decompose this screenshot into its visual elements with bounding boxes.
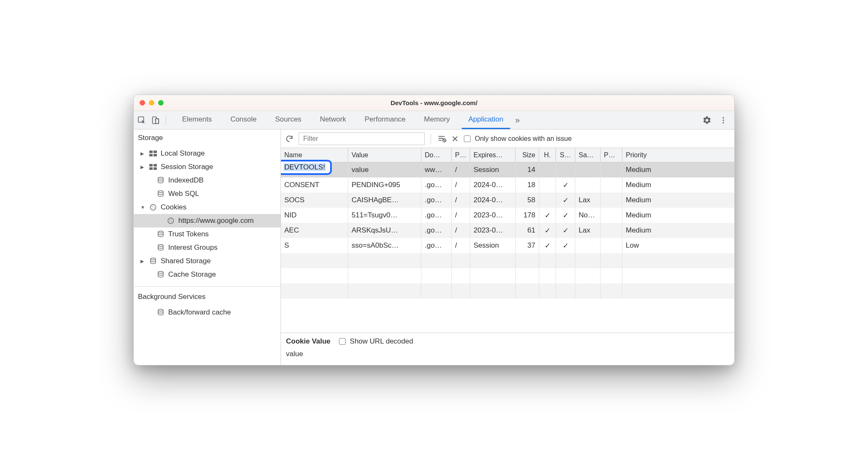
cell-http <box>539 162 556 177</box>
db-icon <box>156 177 165 184</box>
cell-expires: Session <box>470 238 516 253</box>
tab-application[interactable]: Application <box>462 111 510 129</box>
sidebar-item-https-www-google-com[interactable]: https://www.google.com <box>134 214 281 227</box>
cell-expires: Session <box>470 162 516 177</box>
tab-console[interactable]: Console <box>224 111 263 129</box>
cell-samesite <box>575 238 601 253</box>
cell-http: ✓ <box>539 223 556 238</box>
sidebar-item-trust-tokens[interactable]: Trust Tokens <box>134 227 281 241</box>
svg-rect-8 <box>153 151 157 153</box>
svg-rect-10 <box>153 154 157 156</box>
cell-domain: .go… <box>421 177 452 193</box>
cell-value: CAISHAgBE… <box>348 193 421 208</box>
tab-sources[interactable]: Sources <box>268 111 308 129</box>
only-issues-label: Only show cookies with an issue <box>475 135 572 143</box>
cell-path: / <box>452 238 470 253</box>
sidebar-item-label: Cache Storage <box>168 270 216 279</box>
table-row[interactable]: CONSENTPENDING+095.go…/2024-0…18✓Medium <box>281 177 734 193</box>
table-row[interactable]: SOCSCAISHAgBE….go…/2024-0…58✓LaxMedium <box>281 193 734 208</box>
column-header[interactable]: Value <box>348 148 421 162</box>
svg-point-28 <box>158 245 163 247</box>
cell-priority: Medium <box>622 193 734 208</box>
db-icon <box>149 257 157 265</box>
column-header[interactable]: H. <box>539 148 556 162</box>
svg-line-36 <box>443 139 445 141</box>
device-toolbar-icon[interactable] <box>151 116 160 125</box>
tab-network[interactable]: Network <box>313 111 353 129</box>
column-header[interactable]: P… <box>601 148 622 162</box>
cell-priority: Medium <box>622 208 734 223</box>
sidebar-item-indexeddb[interactable]: IndexedDB <box>134 174 281 187</box>
more-tabs-button[interactable]: » <box>510 111 523 129</box>
column-header[interactable]: Priority <box>622 148 734 162</box>
column-header[interactable]: Size <box>516 148 539 162</box>
column-header[interactable]: Sa… <box>575 148 601 162</box>
window-title: DevTools - www.google.com/ <box>134 99 734 106</box>
sidebar-item-back-forward-cache[interactable]: Back/forward cache <box>134 306 281 319</box>
sidebar-item-shared-storage[interactable]: ▶Shared Storage <box>134 254 281 268</box>
sidebar-item-label: Interest Groups <box>168 243 217 252</box>
sidebar-item-cookies[interactable]: ▼Cookies <box>134 201 281 214</box>
cell-expires: 2023-0… <box>470 223 516 238</box>
column-header[interactable]: S… <box>556 148 575 162</box>
table-row[interactable]: AECARSKqsJsU….go…/2023-0…61✓✓LaxMedium <box>281 223 734 238</box>
clear-all-icon[interactable] <box>437 135 446 143</box>
checkbox-icon <box>339 338 346 345</box>
devtools-window: DevTools - www.google.com/ ElementsConso… <box>133 95 735 365</box>
kebab-menu-icon[interactable] <box>719 116 728 124</box>
inspect-element-icon[interactable] <box>137 116 146 125</box>
tab-memory[interactable]: Memory <box>417 111 456 129</box>
svg-rect-2 <box>156 119 159 124</box>
sidebar-item-interest-groups[interactable]: Interest Groups <box>134 241 281 254</box>
sidebar-item-cache-storage[interactable]: Cache Storage <box>134 268 281 281</box>
svg-point-21 <box>152 208 153 209</box>
svg-point-17 <box>150 204 156 210</box>
column-header[interactable]: Do… <box>421 148 452 162</box>
cell-path: / <box>452 208 470 223</box>
cookie-name-edit-input[interactable]: DEVTOOLS! <box>281 160 332 175</box>
cell-value: ARSKqsJsU… <box>348 223 421 238</box>
show-url-decoded-checkbox[interactable]: Show URL decoded <box>339 337 413 346</box>
cookie-value-heading: Cookie Value <box>286 337 331 346</box>
window-minimize-button[interactable] <box>149 100 154 106</box>
sidebar-item-label: Web SQL <box>168 190 199 198</box>
db-icon <box>156 271 165 278</box>
tab-performance[interactable]: Performance <box>358 111 412 129</box>
svg-point-30 <box>158 272 163 274</box>
window-close-button[interactable] <box>140 100 145 106</box>
svg-rect-14 <box>153 167 157 170</box>
sidebar-item-label: Shared Storage <box>161 257 211 265</box>
refresh-icon[interactable] <box>285 135 294 143</box>
tab-elements[interactable]: Elements <box>175 111 219 129</box>
sidebar-item-local-storage[interactable]: ▶Local Storage <box>134 147 281 160</box>
separator <box>431 134 431 144</box>
cell-domain: .go… <box>421 238 452 253</box>
disclosure-arrow-icon: ▶ <box>140 151 146 156</box>
cell-secure: ✓ <box>556 177 575 193</box>
cookie-icon <box>167 217 175 225</box>
sidebar-item-label: Session Storage <box>161 163 213 171</box>
filter-input[interactable] <box>299 132 425 145</box>
settings-icon[interactable] <box>702 116 712 125</box>
table-row[interactable]: valueww…/Session14Medium <box>281 162 734 177</box>
cell-priority: Medium <box>622 223 734 238</box>
table-row-empty <box>281 253 734 268</box>
sidebar-item-session-storage[interactable]: ▶Session Storage <box>134 160 281 174</box>
sidebar-section-title: Storage <box>134 130 281 146</box>
sidebar-item-web-sql[interactable]: Web SQL <box>134 187 281 201</box>
cell-value: PENDING+095 <box>348 177 421 193</box>
cell-samesite <box>575 177 601 193</box>
table-row[interactable]: NID511=Tsugv0….go…/2023-0…178✓✓No…Medium <box>281 208 734 223</box>
db-icon <box>156 230 165 238</box>
window-zoom-button[interactable] <box>158 100 164 106</box>
cell-partition <box>601 208 622 223</box>
only-issues-checkbox[interactable]: Only show cookies with an issue <box>464 135 572 143</box>
cell-samesite: Lax <box>575 223 601 238</box>
column-header[interactable]: Expires… <box>470 148 516 162</box>
cell-priority: Medium <box>622 177 734 193</box>
show-url-decoded-label: Show URL decoded <box>350 337 413 346</box>
column-header[interactable]: P… <box>452 148 470 162</box>
table-row[interactable]: Ssso=sA0bSc….go…/Session37✓✓Low <box>281 238 734 253</box>
table-row-empty <box>281 268 734 283</box>
clear-icon[interactable] <box>451 135 459 143</box>
